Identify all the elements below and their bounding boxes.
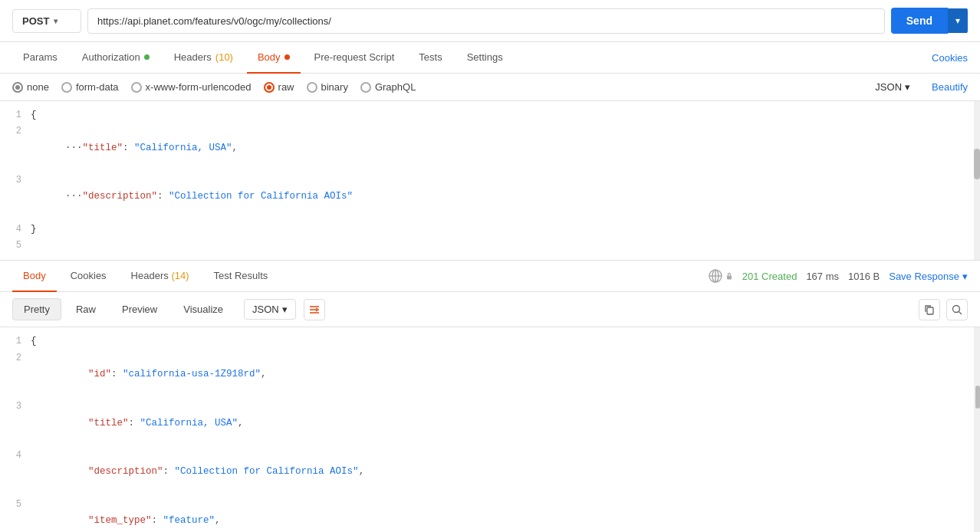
resp-tab-headers[interactable]: Headers (14) [120, 261, 200, 292]
method-selector[interactable]: POST ▾ [12, 9, 81, 33]
radio-binary[interactable]: binary [307, 81, 348, 93]
resp-tab-test-results[interactable]: Test Results [203, 261, 279, 292]
format-raw-button[interactable]: Raw [64, 298, 107, 320]
radio-none[interactable]: none [12, 81, 49, 93]
save-response-button[interactable]: Save Response ▾ [889, 271, 968, 282]
svg-rect-4 [727, 276, 732, 280]
req-line-4: 4 } [0, 222, 980, 238]
body-dot [284, 54, 290, 60]
url-bar: POST ▾ Send ▾ [0, 0, 980, 42]
resp-editor-scrollbar[interactable] [974, 327, 980, 532]
req-line-2: 2 ···"title": "California, USA", [0, 123, 980, 172]
tab-headers[interactable]: Headers (10) [163, 42, 244, 74]
network-icon [708, 268, 733, 284]
req-line-1: 1 { [0, 107, 980, 123]
format-preview-button[interactable]: Preview [110, 298, 169, 320]
radio-graphql[interactable]: GraphQL [360, 81, 416, 93]
format-pretty-button[interactable]: Pretty [12, 298, 61, 320]
radio-raw[interactable]: raw [264, 81, 294, 93]
response-status: 201 Created [742, 271, 797, 282]
response-meta: 201 Created 167 ms 1016 B Save Response … [708, 268, 968, 284]
resp-tab-body[interactable]: Body [12, 261, 57, 292]
lock-icon [725, 272, 733, 280]
send-dropdown-button[interactable]: ▾ [948, 8, 968, 33]
svg-line-10 [959, 311, 962, 314]
request-tabs: Params Authorization Headers (10) Body P… [0, 42, 980, 74]
method-chevron-icon: ▾ [54, 17, 58, 25]
resp-json-chevron-icon: ▾ [282, 304, 288, 315]
radio-form-data[interactable]: form-data [61, 81, 119, 93]
copy-icon [924, 304, 935, 315]
req-line-5: 5 [0, 238, 980, 254]
request-body-editor[interactable]: 1 { 2 ···"title": "California, USA", 3 ·… [0, 101, 980, 261]
authorization-dot [144, 54, 150, 60]
resp-headers-count: (14) [171, 270, 189, 281]
response-tabs: Body Cookies Headers (14) Test Results 2… [0, 261, 980, 292]
url-input[interactable] [87, 8, 885, 34]
method-label: POST [22, 15, 49, 27]
tab-pre-request-script[interactable]: Pre-request Script [304, 42, 406, 74]
tab-params[interactable]: Params [12, 42, 68, 74]
save-response-chevron-icon: ▾ [962, 271, 968, 282]
tab-settings[interactable]: Settings [456, 42, 514, 74]
beautify-button[interactable]: Beautify [932, 81, 968, 93]
resp-line-2: 2 "id": "california-usa-1Z918rd", [0, 350, 980, 399]
tab-tests[interactable]: Tests [408, 42, 452, 74]
svg-point-9 [953, 305, 960, 312]
wrap-lines-button[interactable] [304, 299, 325, 320]
radio-raw-circle [264, 82, 275, 93]
radio-binary-circle [307, 82, 317, 93]
tab-authorization[interactable]: Authorization [71, 42, 160, 74]
response-body-editor[interactable]: 1 { 2 "id": "california-usa-1Z918rd", 3 … [0, 327, 980, 532]
svg-rect-8 [927, 307, 933, 314]
copy-response-button[interactable] [919, 299, 940, 320]
json-type-dropdown[interactable]: JSON ▾ [875, 81, 910, 93]
format-visualize-button[interactable]: Visualize [172, 298, 235, 320]
resp-scrollbar-thumb [975, 386, 980, 409]
radio-url-encoded-circle [131, 82, 142, 93]
tab-body[interactable]: Body [247, 42, 301, 74]
resp-line-3: 3 "title": "California, USA", [0, 399, 980, 448]
resp-line-5: 5 "item_type": "feature", [0, 497, 980, 532]
radio-form-data-circle [61, 82, 72, 93]
resp-tab-cookies[interactable]: Cookies [60, 261, 117, 292]
search-response-button[interactable] [946, 299, 968, 320]
resp-line-1: 1 { [0, 333, 980, 350]
search-icon [952, 304, 962, 315]
cookies-button[interactable]: Cookies [932, 43, 968, 73]
radio-none-circle [12, 82, 23, 93]
req-scrollbar-thumb [974, 149, 980, 179]
json-chevron-icon: ▾ [905, 81, 910, 93]
body-type-selectors: none form-data x-www-form-urlencoded raw… [0, 74, 980, 101]
response-json-dropdown[interactable]: JSON ▾ [244, 299, 296, 320]
resp-line-4: 4 "description": "Collection for Califor… [0, 448, 980, 497]
req-editor-scrollbar[interactable] [974, 101, 980, 260]
send-button-group: Send ▾ [891, 8, 968, 34]
send-button[interactable]: Send [891, 8, 948, 34]
response-actions [919, 299, 968, 320]
wrap-icon [308, 304, 321, 316]
response-size: 1016 B [848, 271, 880, 282]
radio-url-encoded[interactable]: x-www-form-urlencoded [131, 81, 252, 93]
req-line-3: 3 ···"description": "Collection for Cali… [0, 172, 980, 222]
response-time: 167 ms [806, 271, 839, 282]
radio-graphql-circle [360, 82, 371, 93]
response-format-bar: Pretty Raw Preview Visualize JSON ▾ [0, 292, 980, 327]
globe-icon [708, 268, 723, 284]
